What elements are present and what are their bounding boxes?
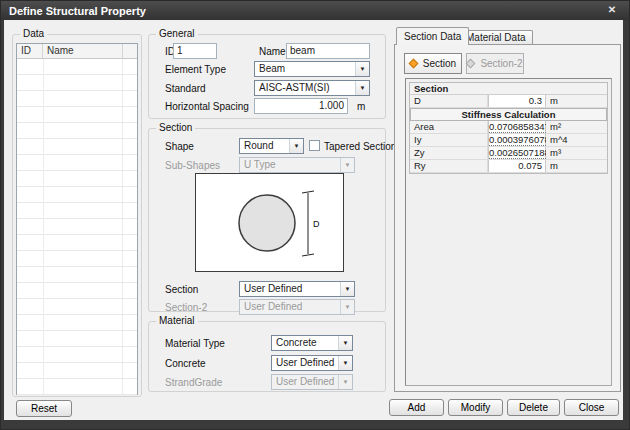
material-type-select[interactable]: Concrete ▼ bbox=[271, 335, 353, 351]
chevron-down-icon: ▼ bbox=[340, 300, 354, 314]
strand-grade-select: User Defined ▼ bbox=[271, 374, 353, 390]
diamond-icon bbox=[408, 59, 418, 69]
data-table-row[interactable] bbox=[17, 283, 137, 299]
delete-button[interactable]: Delete bbox=[507, 399, 560, 416]
strand-grade-label: StrandGrade bbox=[165, 377, 222, 388]
stiffness-row-value[interactable]: 0.0003976078 bbox=[488, 134, 546, 146]
standard-label: Standard bbox=[165, 83, 206, 94]
section-group-label: Section bbox=[156, 122, 195, 133]
stiffness-calculation-header: Stiffness Calculation bbox=[410, 108, 607, 121]
stiffness-row-label: Ry bbox=[410, 160, 488, 172]
modify-button[interactable]: Modify bbox=[448, 399, 503, 416]
stiffness-row-label: Iy bbox=[410, 134, 488, 146]
stiffness-row-value[interactable]: 0.0026507188 bbox=[488, 147, 546, 159]
horizontal-spacing-label: Horizontal Spacing bbox=[165, 101, 249, 112]
section-select[interactable]: User Defined ▼ bbox=[239, 281, 355, 297]
tab-section-data[interactable]: Section Data bbox=[396, 27, 469, 45]
data-table-row[interactable] bbox=[17, 203, 137, 219]
id-input[interactable]: 1 bbox=[173, 43, 217, 59]
data-col-id: ID bbox=[17, 44, 43, 58]
section-select-value: User Defined bbox=[244, 283, 302, 294]
data-table-row[interactable] bbox=[17, 107, 137, 123]
concrete-select[interactable]: User Defined ▼ bbox=[271, 355, 353, 371]
data-col-extra bbox=[123, 44, 137, 58]
data-table-row[interactable] bbox=[17, 59, 137, 75]
data-table-row[interactable] bbox=[17, 299, 137, 315]
data-table-row[interactable] bbox=[17, 267, 137, 283]
round-section-drawing: D bbox=[196, 174, 343, 271]
stiffness-row-unit: m bbox=[546, 160, 607, 172]
data-table-row[interactable] bbox=[17, 235, 137, 251]
stiffness-row: Iy0.0003976078m^4 bbox=[410, 134, 607, 147]
stiffness-row: Zy0.0026507188m³ bbox=[410, 147, 607, 160]
sub-shapes-select: U Type ▼ bbox=[239, 157, 355, 173]
close-button[interactable]: Close bbox=[564, 399, 619, 416]
data-table-row[interactable] bbox=[17, 171, 137, 187]
material-group-label: Material bbox=[156, 315, 198, 326]
horizontal-spacing-input[interactable]: 1.000 bbox=[254, 98, 348, 114]
tapered-section-checkbox[interactable] bbox=[309, 140, 320, 151]
stiffness-rows: Area0.0706858347m²Iy0.0003976078m^4Zy0.0… bbox=[410, 121, 607, 173]
data-table-row[interactable] bbox=[17, 75, 137, 91]
name-label: Name bbox=[259, 46, 286, 57]
section-data-tabpage: Section Section-2 Section D 0.3 m Stiffn… bbox=[394, 44, 621, 392]
add-button[interactable]: Add bbox=[389, 399, 444, 416]
dialog-content: Data ID Name Reset General ID 1 Name bea… bbox=[4, 20, 623, 420]
data-col-name: Name bbox=[43, 44, 123, 58]
data-table-row[interactable] bbox=[17, 251, 137, 267]
chevron-down-icon: ▼ bbox=[338, 336, 352, 350]
section-toggle-label: Section bbox=[423, 58, 456, 69]
shape-value: Round bbox=[244, 140, 273, 151]
reset-button[interactable]: Reset bbox=[16, 400, 72, 417]
section-data-table: Section D 0.3 m Stiffness Calculation Ar… bbox=[409, 82, 608, 174]
chevron-down-icon: ▼ bbox=[338, 375, 352, 389]
section-toggle-button[interactable]: Section bbox=[404, 53, 462, 74]
section-table-header: Section bbox=[410, 83, 607, 95]
general-group-label: General bbox=[156, 28, 198, 39]
d-row-unit: m bbox=[546, 95, 607, 107]
stiffness-row-label: Zy bbox=[410, 147, 488, 159]
shape-select[interactable]: Round ▼ bbox=[239, 138, 304, 154]
titlebar: Define Structural Property ✕ bbox=[1, 1, 629, 20]
d-row-label: D bbox=[410, 95, 488, 107]
data-table-row[interactable] bbox=[17, 187, 137, 203]
data-group: Data ID Name bbox=[12, 34, 142, 397]
stiffness-row: Ry0.075m bbox=[410, 160, 607, 173]
data-table-row[interactable] bbox=[17, 139, 137, 155]
stiffness-row-value[interactable]: 0.0706858347 bbox=[488, 121, 546, 133]
data-table-row[interactable] bbox=[17, 379, 137, 395]
data-table-row[interactable] bbox=[17, 155, 137, 171]
data-table-row[interactable] bbox=[17, 315, 137, 331]
chevron-down-icon: ▼ bbox=[355, 62, 369, 76]
data-table-row[interactable] bbox=[17, 123, 137, 139]
d-row-value[interactable]: 0.3 bbox=[488, 95, 546, 107]
data-col-divider-2 bbox=[122, 59, 123, 394]
data-table-row[interactable] bbox=[17, 331, 137, 347]
stiffness-row-unit: m^4 bbox=[546, 134, 607, 146]
tab-material-data[interactable]: Material Data bbox=[458, 30, 533, 45]
diamond-icon bbox=[466, 59, 476, 69]
tapered-section-label: Tapered Section bbox=[324, 141, 396, 152]
horizontal-spacing-unit: m bbox=[357, 101, 365, 112]
stiffness-row-value[interactable]: 0.075 bbox=[488, 160, 546, 172]
stiffness-row-label: Area bbox=[410, 121, 488, 133]
data-group-label: Data bbox=[20, 28, 47, 39]
standard-select[interactable]: AISC-ASTM(SI) ▼ bbox=[254, 80, 370, 96]
data-table-row[interactable] bbox=[17, 363, 137, 379]
stiffness-row-unit: m³ bbox=[546, 147, 607, 159]
close-icon[interactable]: ✕ bbox=[605, 4, 619, 15]
material-type-value: Concrete bbox=[276, 337, 317, 348]
data-table-header: ID Name bbox=[17, 44, 137, 59]
material-group: Material Material Type Concrete ▼ Concre… bbox=[148, 321, 386, 392]
section2-toggle-button: Section-2 bbox=[466, 53, 524, 74]
section2-select-value: User Defined bbox=[244, 301, 302, 312]
data-table-row[interactable] bbox=[17, 347, 137, 363]
name-input[interactable]: beam bbox=[286, 43, 370, 59]
section-group: Section Shape Round ▼ Tapered Section Su… bbox=[148, 128, 386, 312]
data-table-row[interactable] bbox=[17, 91, 137, 107]
data-table-row[interactable] bbox=[17, 219, 137, 235]
element-type-select[interactable]: Beam ▼ bbox=[254, 61, 370, 77]
general-group: General ID 1 Name beam Element Type Beam… bbox=[148, 34, 386, 119]
strand-grade-value: User Defined bbox=[276, 376, 334, 387]
dialog-window: Define Structural Property ✕ Data ID Nam… bbox=[0, 0, 630, 430]
